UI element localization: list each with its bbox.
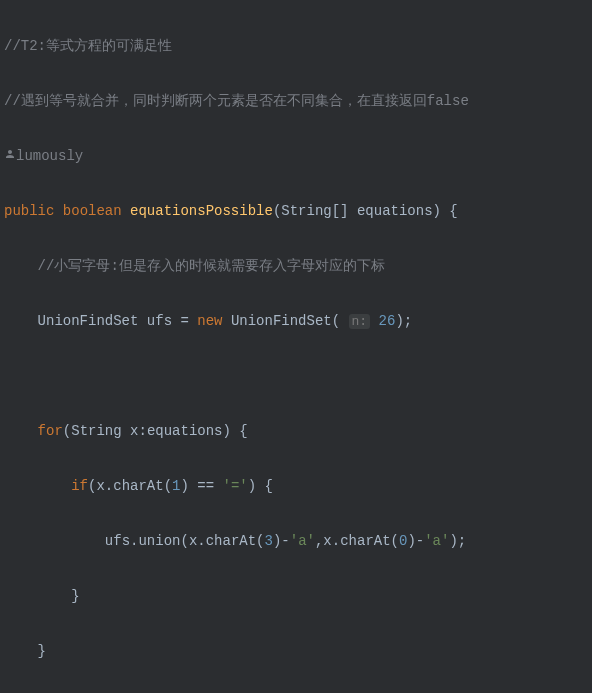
comment-line-1: //T2:等式方程的可满足性 xyxy=(4,38,172,54)
user-icon xyxy=(4,143,16,155)
method-name: equationsPossible xyxy=(130,203,273,219)
param-hint-n: n: xyxy=(349,314,371,329)
author-hint[interactable]: lumously xyxy=(4,143,588,171)
author-name: lumously xyxy=(16,148,83,164)
code-editor: //T2:等式方程的可满足性 //遇到等号就合并，同时判断两个元素是否在不同集合… xyxy=(4,5,588,693)
keyword-public: public xyxy=(4,203,54,219)
comment-line-2: //遇到等号就合并，同时判断两个元素是否在不同集合，在直接返回false xyxy=(4,93,469,109)
keyword-for: for xyxy=(38,423,63,439)
comment-line-3: //小写字母:但是存入的时候就需要存入字母对应的下标 xyxy=(38,258,385,274)
keyword-boolean: boolean xyxy=(63,203,122,219)
keyword-new: new xyxy=(197,313,222,329)
keyword-if: if xyxy=(71,478,88,494)
